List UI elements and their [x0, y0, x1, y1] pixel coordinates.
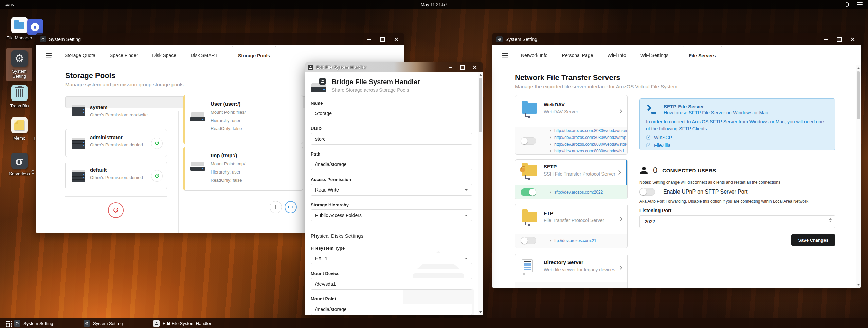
scrollbar[interactable] — [478, 72, 483, 315]
tab-wifi-settings[interactable]: WiFi Settings — [640, 53, 668, 58]
scrollbar[interactable] — [856, 65, 861, 288]
ftp-toggle[interactable] — [521, 237, 536, 244]
tab-disk-smart[interactable]: Disk SMART — [191, 53, 218, 58]
sftp-url-link[interactable]: sftp://dev.arozos.com:2022 — [550, 189, 603, 195]
gear-icon: ⚙ — [40, 36, 46, 42]
name-label: Name — [311, 101, 472, 106]
maximize-button[interactable] — [380, 37, 385, 42]
tab-storage-quota[interactable]: Storage Quota — [65, 53, 95, 58]
name-input[interactable] — [311, 108, 472, 119]
upnp-desc: Aka Auto Port Forwarding. Disable this o… — [639, 199, 808, 204]
eject-icon — [153, 320, 160, 327]
tab-file-servers[interactable]: File Servers — [683, 46, 722, 66]
taskbar-item-system-setting-2[interactable]: ⚙ System Setting — [84, 318, 151, 328]
folder-icon — [11, 17, 28, 33]
bridge-drive-icon — [311, 78, 327, 92]
add-bridge-button[interactable] — [270, 201, 282, 213]
menu-icon[interactable] — [857, 1, 863, 7]
tab-wifi-info[interactable]: WiFi Info — [607, 53, 626, 58]
listening-port-input[interactable] — [640, 216, 835, 228]
minimize-button[interactable] — [823, 37, 828, 42]
window-title: System Setting — [505, 33, 537, 45]
refresh-pool-button[interactable] — [151, 170, 163, 182]
refresh-pool-button[interactable] — [151, 138, 163, 149]
maximize-button[interactable] — [460, 65, 465, 70]
bridge-card-tmp[interactable]: tmp (tmp:/) Mount Point: tmp/ Hierarchy:… — [183, 147, 303, 191]
minimize-button[interactable] — [448, 65, 453, 70]
upnp-toggle[interactable] — [639, 188, 655, 196]
path-input[interactable] — [311, 159, 472, 170]
server-card-directory[interactable]: Directory Server Web file viewer for leg… — [515, 254, 628, 288]
tab-storage-pools[interactable]: Storage Pools — [232, 46, 276, 66]
mount-point-input[interactable] — [311, 304, 472, 315]
desktop-icon-memo[interactable]: Memo — [6, 117, 32, 141]
desktop: ccns May 11 21:57 File Manager ⚙ System … — [0, 0, 868, 328]
storage-hierarchy-select[interactable]: Public Access Folders — [311, 209, 472, 221]
refresh-all-pools-button[interactable] — [108, 202, 124, 218]
tab-space-finder[interactable]: Space Finder — [110, 53, 138, 58]
tab-disk-space[interactable]: Disk Space — [152, 53, 176, 58]
link-bridge-button[interactable] — [285, 201, 297, 213]
window-content: Bridge File System Handler Share Storage… — [305, 72, 478, 315]
directory-doc-icon — [522, 259, 533, 272]
desktop-icon-label: System Setting — [6, 69, 32, 79]
taskbar-item-system-setting-1[interactable]: ⚙ System Setting — [14, 318, 82, 328]
gear-icon: ⚙ — [84, 320, 90, 327]
tab-network-info[interactable]: Network Info — [521, 53, 548, 58]
uuid-input[interactable] — [311, 133, 472, 145]
winscp-link[interactable]: WinSCP — [646, 135, 829, 140]
titlebar[interactable]: ⚙ System Setting — [492, 33, 861, 45]
save-changes-button[interactable]: Save Changes — [791, 234, 835, 246]
server-card-ftp[interactable]: FTP File Transfer Protocol Server ftp://… — [515, 204, 628, 248]
ftp-url-link[interactable]: ftp://dev.arozos.com:21 — [550, 238, 596, 244]
server-name: WebDAV — [544, 102, 565, 107]
close-button[interactable] — [472, 65, 477, 70]
pool-permission: Other's Permission: denied — [90, 142, 143, 147]
dialog-title: Bridge File System Handler — [332, 78, 420, 86]
filesystem-type-select[interactable]: EXT4 — [311, 253, 472, 264]
connected-count: 0 — [653, 166, 657, 175]
close-button[interactable] — [394, 37, 399, 42]
status-spinner-icon[interactable] — [845, 2, 849, 7]
sftp-toggle[interactable] — [521, 188, 536, 196]
hamburger-icon[interactable] — [502, 52, 508, 59]
scroll-down-icon — [479, 311, 482, 313]
pool-card-administrator[interactable]: administrator Other's Permission: denied — [65, 129, 167, 157]
app-launcher-icon[interactable] — [5, 320, 12, 327]
webdav-folder-icon — [522, 103, 537, 114]
hamburger-icon[interactable] — [46, 52, 52, 59]
tab-personal-page[interactable]: Personal Page — [562, 53, 593, 58]
close-button[interactable] — [850, 37, 855, 42]
maximize-button[interactable] — [837, 37, 842, 42]
titlebar[interactable]: ⚙ System Setting — [36, 33, 404, 45]
server-card-sftp[interactable]: SFTP SSH File Transfer Protocol Server s… — [515, 159, 628, 199]
divider — [633, 94, 633, 285]
server-icon — [72, 105, 85, 116]
webdav-url-link[interactable]: http://dev.arozos.com:8080/webdav/user — [550, 128, 628, 134]
desktop-icon-system-setting[interactable]: ⚙ System Setting — [6, 48, 32, 81]
page-subtitle: Manage the exported file server interfac… — [515, 84, 677, 89]
webdav-url-link[interactable]: http://dev.arozos.com:8080/webdav/store — [550, 142, 628, 147]
number-spinner[interactable] — [829, 218, 832, 222]
top-menubar: ccns May 11 21:57 — [0, 0, 868, 9]
desktop-icon-trash-bin[interactable]: Trash Bin — [6, 85, 32, 108]
taskbar-item-edit-file-system-handler[interactable]: Edit File System Handler — [153, 318, 221, 328]
server-card-webdav[interactable]: WebDAV WebDAV Server http://dev.arozos.c… — [515, 95, 628, 155]
pool-card-default[interactable]: default Other's Permission: denied — [65, 162, 167, 189]
titlebar[interactable]: Edit File System Handler — [305, 62, 483, 72]
sftp-guide-box: SFTP File Server How to use SFTP File Se… — [639, 98, 835, 150]
minimize-button[interactable] — [367, 37, 372, 42]
bridge-name: tmp (tmp:/) — [211, 152, 237, 158]
bridge-card-user[interactable]: User (user:/) Mount Point: files/ Hierar… — [183, 95, 303, 144]
webdav-toggle[interactable] — [521, 137, 536, 145]
desktop-icon-serverless[interactable]: σ Serverless — [6, 153, 32, 176]
gear-icon: ⚙ — [11, 50, 28, 67]
webdav-url-link[interactable]: http://dev.arozos.com:8080/webdav/is1 — [550, 148, 628, 154]
webdav-url-link[interactable]: http://dev.arozos.com:8080/webdav/tmp — [550, 135, 628, 141]
access-permission-select[interactable]: Read Write — [311, 184, 472, 196]
filezilla-link[interactable]: FileZilla — [646, 143, 829, 148]
chevron-right-icon — [618, 109, 622, 113]
chevron-right-icon — [618, 217, 622, 221]
desktop-icon-music[interactable]: ♪ — [27, 19, 43, 35]
mount-device-input[interactable] — [311, 278, 472, 290]
